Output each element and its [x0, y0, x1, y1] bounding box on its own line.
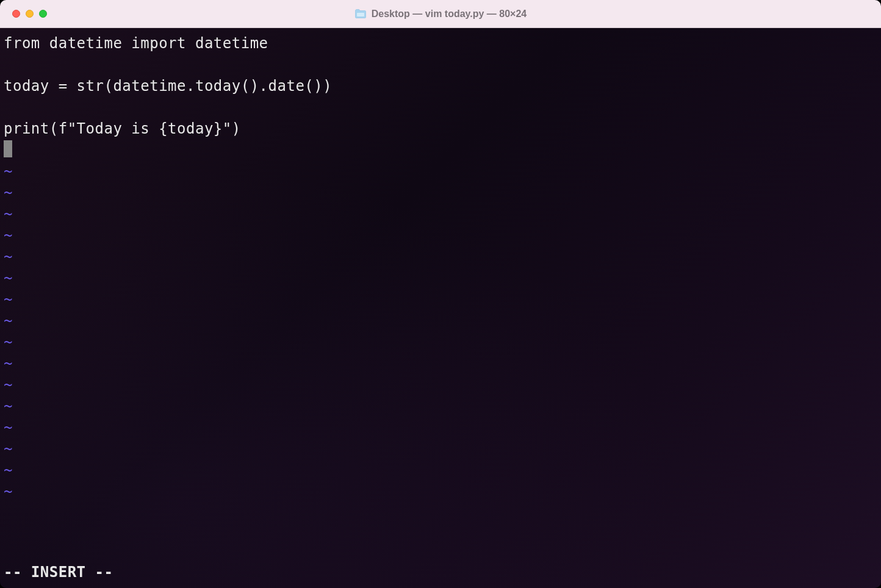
window-title: Desktop — vim today.py — 80×24: [372, 9, 527, 20]
empty-line-tilde: ~: [4, 182, 877, 204]
close-button[interactable]: [12, 10, 20, 18]
code-line[interactable]: today = str(datetime.today().date()): [4, 76, 877, 97]
traffic-lights: [12, 10, 47, 18]
empty-line-tilde: ~: [4, 460, 877, 481]
empty-line-tilde: ~: [4, 375, 877, 396]
maximize-button[interactable]: [39, 10, 47, 18]
empty-line-tilde: ~: [4, 225, 877, 246]
code-line[interactable]: from datetime import datetime: [4, 33, 877, 54]
folder-icon: [354, 9, 367, 19]
empty-line-tilde: ~: [4, 268, 877, 289]
code-line[interactable]: print(f"Today is {today}"): [4, 118, 877, 140]
terminal-window: Desktop — vim today.py — 80×24 from date…: [0, 0, 881, 588]
cursor: [4, 140, 12, 157]
empty-line-tilde: ~: [4, 332, 877, 353]
terminal-area[interactable]: from datetime import datetime today = st…: [0, 28, 881, 588]
cursor-line[interactable]: [4, 140, 877, 161]
empty-line-tilde: ~: [4, 161, 877, 182]
code-line[interactable]: [4, 97, 877, 118]
empty-line-tilde: ~: [4, 246, 877, 268]
minimize-button[interactable]: [26, 10, 34, 18]
empty-line-tilde: ~: [4, 417, 877, 439]
empty-line-tilde: ~: [4, 310, 877, 332]
empty-line-tilde: ~: [4, 353, 877, 375]
title-area: Desktop — vim today.py — 80×24: [0, 9, 881, 20]
vim-status-line: -- INSERT --: [4, 562, 113, 583]
code-line[interactable]: [4, 54, 877, 76]
empty-line-tilde: ~: [4, 396, 877, 417]
editor-content[interactable]: from datetime import datetime today = st…: [4, 33, 877, 503]
empty-line-tilde: ~: [4, 204, 877, 225]
titlebar[interactable]: Desktop — vim today.py — 80×24: [0, 0, 881, 28]
empty-line-tilde: ~: [4, 481, 877, 503]
empty-line-tilde: ~: [4, 439, 877, 460]
empty-line-tilde: ~: [4, 289, 877, 310]
svg-rect-0: [357, 13, 364, 16]
